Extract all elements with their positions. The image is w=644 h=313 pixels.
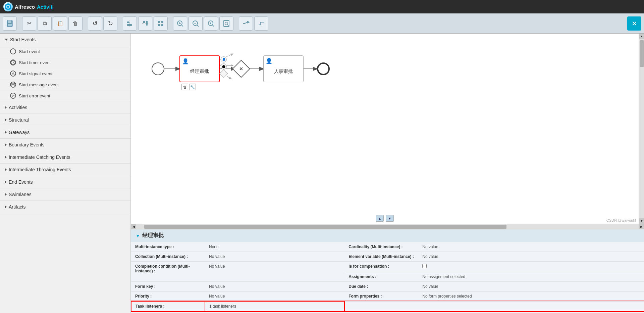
props-label-multi-type: Multi-instance type : (131, 242, 205, 252)
sidebar-group-swimlanes[interactable]: Swimlanes (0, 188, 130, 201)
props-label-task-listeners: Task listeners : (131, 301, 205, 311)
sidebar-item-start-error[interactable]: Start error event (0, 90, 130, 101)
task1-delete-btn[interactable]: 🗑 (181, 84, 188, 90)
hscroll-thumb[interactable] (144, 225, 506, 229)
props-value-task-listeners: 1 task listeners (205, 301, 344, 311)
start-events-arrow (5, 39, 8, 41)
compensation-checkbox[interactable] (422, 264, 427, 268)
sidebar-group-start-events[interactable]: Start Events (0, 34, 130, 46)
canvas-scroll-arrows: ▲ ▼ (376, 215, 394, 222)
align-v-button[interactable] (138, 16, 152, 31)
start-timer-label: Start timer event (19, 60, 51, 65)
gateways-arrow (5, 131, 7, 134)
task1-label: 经理审批 (190, 69, 209, 75)
logo-activiti-text: Activiti (37, 4, 54, 10)
sidebar-group-end-events[interactable]: End Events (0, 176, 130, 188)
redo-button[interactable]: ↻ (103, 16, 117, 31)
connector2-icon[interactable]: ⬤ (221, 63, 227, 70)
copy-button[interactable]: ⧉ (38, 16, 52, 31)
svg-rect-14 (158, 24, 160, 26)
start-message-icon (10, 82, 16, 88)
task1-connectors: 👤 ⬤ (221, 56, 227, 77)
end-events-label: End Events (9, 179, 33, 185)
cut-button[interactable]: ✂ (22, 16, 36, 31)
sidebar-group-int-throw[interactable]: Intermediate Throwing Events (0, 164, 130, 176)
zoom-fit-button[interactable] (204, 16, 218, 31)
start-signal-icon (10, 71, 16, 77)
sidebar-item-start-timer[interactable]: Start timer event (0, 57, 130, 68)
int-throw-arrow (5, 168, 7, 171)
task-renshisp[interactable]: 👤 人事审批 (263, 55, 304, 82)
props-label-priority: Priority : (131, 292, 205, 302)
logo-area: Alfresco Activiti (3, 2, 54, 11)
scroll-down-btn[interactable]: ▼ (386, 215, 394, 222)
props-value-assignments: No assignment selected (418, 272, 644, 282)
props-label-formprops: Form properties : (344, 292, 418, 302)
sidebar-group-boundary-events[interactable]: Boundary Events (0, 139, 130, 151)
props-value-duedate: No value (418, 282, 644, 292)
task-jinglisp[interactable]: 👤 经理审批 🗑 🔧 (179, 55, 220, 82)
sidebar-group-gateways[interactable]: Gateways (0, 126, 130, 139)
zoom-page-button[interactable] (219, 16, 233, 31)
zoom-in-button[interactable] (173, 16, 187, 31)
props-header[interactable]: ▼ 经理审批 (131, 229, 644, 242)
arrange-button[interactable] (154, 16, 168, 31)
sidebar-item-start-event[interactable]: Start event (0, 46, 130, 57)
sidebar-group-artifacts[interactable]: Artifacts (0, 201, 130, 213)
vscroll-thumb[interactable] (640, 40, 644, 67)
canvas-hscroll[interactable]: ◀ ▶ (131, 224, 644, 229)
structural-label: Structural (9, 117, 29, 123)
svg-rect-9 (143, 21, 145, 23)
delete-button[interactable]: 🗑 (68, 16, 83, 31)
start-event-icon (10, 48, 16, 54)
props-label-assignments: Assignments : (344, 272, 418, 282)
sidebar-group-int-catch[interactable]: Intermediate Catching Events (0, 151, 130, 164)
props-label-completion: Completion condition (Multi-instance) : (131, 262, 205, 282)
hscroll-left-btn[interactable]: ◀ (131, 224, 136, 229)
zoom-out-button[interactable] (189, 16, 203, 31)
svg-rect-12 (158, 21, 160, 23)
sidebar-item-start-message[interactable]: Start message event (0, 79, 130, 90)
task1-wrench-btn[interactable]: 🔧 (189, 84, 196, 90)
scroll-up-btn[interactable]: ▲ (376, 215, 384, 222)
properties-panel: ▼ 经理审批 Multi-instance type : None Cardin… (131, 229, 644, 313)
route2-button[interactable] (254, 16, 268, 31)
sidebar-item-start-signal[interactable]: Start signal event (0, 68, 130, 79)
gateway-shape[interactable]: ✕ (232, 60, 250, 78)
undo-button[interactable]: ↺ (88, 16, 102, 31)
vscroll-down-btn[interactable]: ▼ (639, 218, 644, 224)
svg-line-32 (13, 62, 14, 63)
sidebar-group-activities[interactable]: Activities (0, 101, 130, 114)
align-h-button[interactable] (123, 16, 137, 31)
diagram-canvas[interactable]: 👤 经理审批 🗑 🔧 👤 ⬤ ✕ (131, 34, 639, 224)
svg-marker-33 (12, 72, 14, 75)
close-button[interactable]: ✕ (627, 16, 641, 31)
connector1-icon[interactable]: 👤 (221, 56, 227, 62)
svg-rect-4 (8, 20, 11, 23)
save-button[interactable] (3, 16, 17, 31)
paste-button[interactable]: 📋 (53, 16, 67, 31)
sidebar-group-structural[interactable]: Structural (0, 114, 130, 126)
end-events-arrow (5, 180, 7, 184)
start-event-shape[interactable] (152, 62, 164, 75)
swimlanes-label: Swimlanes (9, 192, 32, 197)
vscroll-up-btn[interactable]: ▲ (639, 34, 644, 39)
props-label-collection: Collection (Multi-instance) : (131, 252, 205, 262)
props-row-1: Collection (Multi-instance) : No value E… (131, 252, 644, 262)
hscroll-right-btn[interactable]: ▶ (639, 224, 644, 229)
props-row-task-listeners: Task listeners : 1 task listeners (131, 301, 644, 311)
svg-rect-7 (127, 24, 132, 26)
structural-arrow (5, 118, 7, 122)
canvas-vscroll[interactable]: ▲ ▼ (639, 34, 644, 224)
end-event-shape[interactable] (317, 62, 330, 75)
props-label-compensation: Is for compensation : (344, 262, 418, 272)
route1-button[interactable] (239, 16, 253, 31)
svg-rect-5 (8, 24, 12, 26)
start-events-label: Start Events (10, 37, 36, 42)
connector3-icon[interactable] (219, 69, 228, 78)
svg-rect-13 (161, 21, 163, 23)
sidebar: Start Events Start event Start timer eve… (0, 34, 131, 313)
props-value-element-var: No value (418, 252, 644, 262)
props-collapse-arrow[interactable]: ▼ (136, 233, 140, 238)
task2-user-icon: 👤 (266, 58, 272, 64)
